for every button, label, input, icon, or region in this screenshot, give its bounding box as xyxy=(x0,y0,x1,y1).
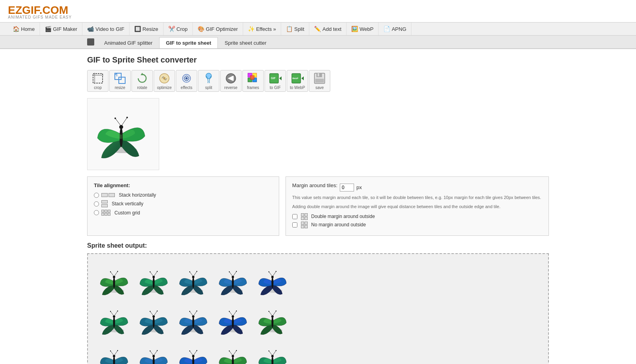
svg-point-124 xyxy=(192,355,194,357)
no-margin-row: No margin around outside xyxy=(292,222,542,228)
nav-webp[interactable]: 🖼️ WebP xyxy=(347,23,379,35)
custom-grid-radio[interactable] xyxy=(94,210,99,215)
svg-rect-20 xyxy=(250,76,254,80)
sub-nav-icon xyxy=(87,38,94,46)
svg-line-99 xyxy=(233,311,236,316)
svg-line-71 xyxy=(272,271,276,277)
optimize-tool-icon xyxy=(158,72,171,85)
resize-tool-btn[interactable]: resize xyxy=(109,70,131,92)
tab-gif-to-sprite-sheet[interactable]: GIF to sprite sheet xyxy=(159,37,218,48)
svg-point-86 xyxy=(157,311,158,311)
stack-vertically-radio[interactable] xyxy=(94,201,99,207)
svg-point-112 xyxy=(110,351,111,351)
optimizer-icon: 🎨 xyxy=(198,26,204,32)
tile-alignment-title: Tile alignment: xyxy=(94,182,272,188)
save-tool-btn[interactable]: save xyxy=(309,70,330,92)
svg-line-92 xyxy=(193,311,197,316)
svg-point-117 xyxy=(152,355,155,357)
add-text-icon: ✏️ xyxy=(314,26,321,32)
split-tool-label: split xyxy=(205,85,212,90)
toolbar: crop resize rotate xyxy=(87,70,549,92)
nav-split[interactable]: 📋 Split xyxy=(281,23,309,35)
sprite-cell xyxy=(94,260,134,300)
nav-crop[interactable]: ✂️ Crop xyxy=(164,23,193,35)
svg-point-109 xyxy=(113,356,115,364)
nav-video-to-gif[interactable]: 📹 Video to GIF xyxy=(82,23,129,35)
sprite-cell xyxy=(253,260,292,300)
svg-text:GIF: GIF xyxy=(271,77,276,80)
svg-point-137 xyxy=(272,356,274,364)
resize-tool-label: resize xyxy=(115,85,126,90)
sprite-cell xyxy=(213,260,253,300)
save-tool-label: save xyxy=(315,85,324,90)
margin-row: Margin around tiles: px xyxy=(292,182,542,192)
sub-nav: Animated GIF splitter GIF to sprite shee… xyxy=(0,36,636,49)
svg-point-35 xyxy=(114,118,116,119)
stack-horizontally-radio[interactable] xyxy=(94,193,99,198)
reverse-tool-label: reverse xyxy=(224,85,237,90)
tile-alignment-box: Tile alignment: Stack horizontally Stack… xyxy=(87,176,279,236)
sprite-cell xyxy=(134,339,173,364)
nav-apng[interactable]: 📄 APNG xyxy=(379,23,411,35)
resize-tool-icon xyxy=(114,72,126,85)
svg-line-50 xyxy=(154,271,157,277)
nav-gif-optimizer[interactable]: 🎨 GIF Optimizer xyxy=(193,23,243,35)
nav-home[interactable]: 🏠 Home xyxy=(8,23,40,35)
margin-desc1: This value sets margin around each tile,… xyxy=(292,195,542,201)
stack-vertically-row: Stack vertically xyxy=(94,200,272,207)
no-margin-checkbox[interactable] xyxy=(292,222,297,228)
frames-tool-btn[interactable]: frames xyxy=(242,70,264,92)
double-margin-label: Double margin around outside xyxy=(311,214,375,219)
sprite-output xyxy=(87,253,549,364)
rotate-tool-icon xyxy=(136,72,149,85)
svg-line-134 xyxy=(233,351,236,356)
svg-point-128 xyxy=(196,350,197,351)
to-gif-tool-btn[interactable]: GIF to GIF xyxy=(265,70,286,92)
svg-point-121 xyxy=(157,350,158,351)
nav-add-text[interactable]: ✏️ Add text xyxy=(309,23,347,35)
reverse-tool-btn[interactable]: reverse xyxy=(220,70,242,92)
no-margin-label: No margin around outside xyxy=(311,222,366,228)
svg-line-127 xyxy=(193,351,197,356)
svg-point-138 xyxy=(271,355,274,357)
svg-line-55 xyxy=(190,272,193,277)
svg-point-133 xyxy=(229,351,230,351)
svg-point-68 xyxy=(271,276,274,278)
svg-rect-15 xyxy=(232,76,234,81)
svg-point-72 xyxy=(276,271,276,272)
nav-gif-maker[interactable]: 🎬 GIF Maker xyxy=(40,23,82,35)
frames-tool-label: frames xyxy=(247,85,259,90)
apng-icon: 📄 xyxy=(383,26,390,32)
nav-effects[interactable]: ✨ Effects » xyxy=(243,23,281,35)
crop-nav-icon: ✂️ xyxy=(168,26,175,32)
preview-butterfly-svg xyxy=(91,102,151,166)
sprite-cell xyxy=(173,300,213,339)
svg-point-60 xyxy=(232,277,234,288)
effects-tool-btn[interactable]: effects xyxy=(176,70,197,92)
double-margin-checkbox[interactable] xyxy=(292,214,297,219)
tab-animated-gif-splitter[interactable]: Animated GIF splitter xyxy=(97,37,159,48)
stack-horizontally-row: Stack horizontally xyxy=(94,192,272,198)
margin-box: Margin around tiles: px This value sets … xyxy=(286,176,549,236)
svg-line-90 xyxy=(190,311,193,316)
svg-point-103 xyxy=(271,315,274,318)
margin-input[interactable] xyxy=(340,184,354,191)
svg-point-84 xyxy=(150,311,150,312)
tab-sprite-sheet-cutter[interactable]: Sprite sheet cutter xyxy=(218,37,273,48)
svg-rect-29 xyxy=(318,73,319,76)
sprite-cell xyxy=(213,339,253,364)
page-title: GIF to Sprite Sheet converter xyxy=(87,55,549,64)
svg-point-102 xyxy=(272,317,274,328)
svg-line-139 xyxy=(269,351,272,356)
optimize-tool-btn[interactable]: optimize xyxy=(154,70,175,92)
split-tool-btn[interactable]: split xyxy=(198,70,219,92)
to-webp-tool-btn[interactable]: WebP to WebP xyxy=(287,70,308,92)
nav-resize[interactable]: 🔲 Resize xyxy=(129,23,164,35)
video-icon: 📹 xyxy=(87,26,94,32)
rotate-tool-btn[interactable]: rotate xyxy=(131,70,153,92)
margin-unit: px xyxy=(356,184,362,190)
crop-tool-btn[interactable]: crop xyxy=(87,70,109,92)
logo[interactable]: EZGIF.COM ANIMATED GIFS MADE EASY xyxy=(8,4,72,19)
svg-line-62 xyxy=(229,272,233,277)
svg-line-34 xyxy=(115,118,121,126)
